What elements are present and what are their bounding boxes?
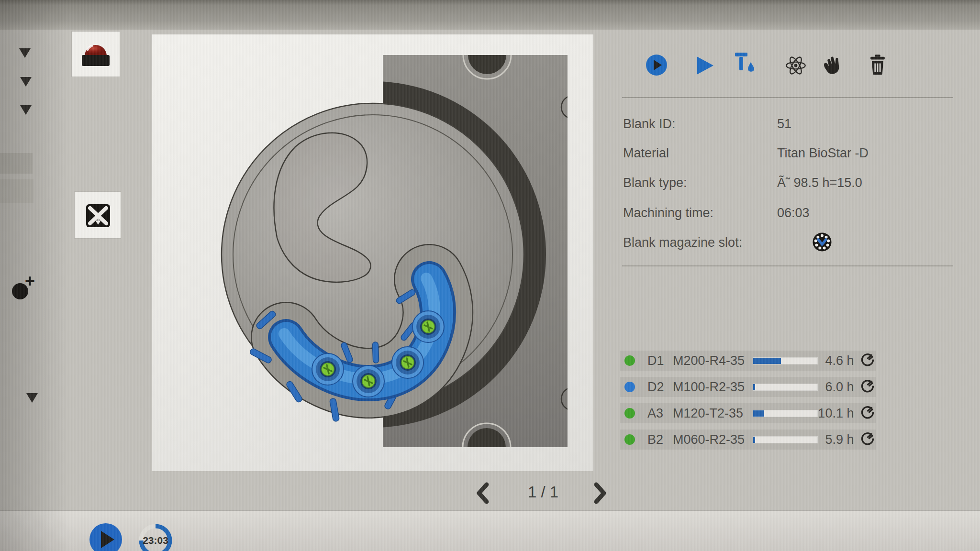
emergency-stop-button[interactable]: [72, 32, 120, 77]
next-page-button[interactable]: [593, 482, 608, 506]
run-button[interactable]: [695, 55, 715, 78]
delete-button[interactable]: [867, 54, 888, 78]
machining-time-value: 06:03: [777, 206, 810, 220]
tool-row[interactable]: D1 M200-R4-35 4.6 h: [620, 351, 876, 371]
tool-name: M100-R2-35: [673, 380, 753, 395]
tool-life-fill: [753, 384, 755, 390]
tool-row[interactable]: A3 M120-T2-35 10.1 h: [620, 403, 876, 423]
blank-viewport[interactable]: [152, 34, 593, 471]
trash-icon: [867, 54, 888, 77]
axis-cross-down-icon: [75, 192, 121, 238]
wet-machining-button[interactable]: [732, 51, 758, 80]
page-indicator: 1 / 1: [514, 483, 572, 501]
tool-change-icon: [859, 406, 875, 421]
tool-change-icon: [859, 432, 875, 447]
footer-start-button[interactable]: [89, 522, 123, 551]
tool-hours: 5.9 h: [818, 432, 854, 447]
tool-life-fill: [753, 410, 764, 417]
collapse-arrow-icon[interactable]: [26, 393, 38, 403]
play-circle-icon: [89, 522, 123, 551]
start-job-button[interactable]: [645, 54, 668, 78]
add-point-plus-icon: +: [25, 273, 35, 290]
emergency-stop-icon: [72, 32, 120, 77]
tool-position: A3: [647, 406, 673, 421]
tool-life-fill: [753, 358, 781, 364]
tool-name: M120-T2-35: [673, 406, 753, 421]
screen-top-band: [0, 0, 980, 30]
tool-hours: 4.6 h: [818, 353, 854, 368]
collapse-arrow-icon[interactable]: [20, 77, 32, 87]
collapse-arrow-icon[interactable]: [20, 105, 32, 115]
blank-id-label: Blank ID:: [623, 117, 676, 132]
tool-name: M060-R2-35: [673, 432, 753, 447]
tool-hours: 6.0 h: [818, 380, 854, 395]
material-value: Titan BioStar -D: [777, 146, 869, 161]
magazine-wheel-icon: [812, 231, 833, 253]
start-circle-icon: [645, 54, 668, 77]
machining-time-label: Machining time:: [623, 206, 713, 220]
blank-type-label: Blank type:: [623, 176, 687, 190]
sidebar-divider: [50, 30, 50, 551]
blank-id-value: 51: [777, 117, 791, 132]
blank-render: [152, 34, 593, 471]
tool-life-bar: [753, 436, 818, 443]
remaining-time-ring: 23:03: [136, 521, 175, 551]
atom-icon: [784, 54, 808, 77]
hand-icon: [819, 53, 842, 76]
tool-life-bar: [753, 357, 818, 364]
tool-position: B2: [647, 432, 673, 447]
tool-life-fill: [753, 437, 755, 443]
material-button[interactable]: [784, 54, 808, 79]
coolant-tool-icon: [732, 51, 758, 78]
panel-divider: [622, 265, 953, 266]
tool-change-button[interactable]: [854, 432, 876, 447]
blank-type-value: Ã˜ 98.5 h=15.0: [777, 176, 862, 190]
tool-row[interactable]: B2 M060-R2-35 5.9 h: [620, 430, 876, 450]
magazine-slot-label: Blank magazine slot:: [623, 235, 742, 250]
tool-life-bar: [753, 384, 818, 391]
tool-status-dot: [624, 355, 635, 366]
tool-status-dot: [624, 408, 635, 419]
prev-page-button[interactable]: [475, 482, 490, 506]
tool-position: D2: [647, 380, 673, 395]
tool-change-icon: [859, 353, 875, 368]
chevron-left-icon: [475, 482, 490, 504]
collapse-arrow-icon[interactable]: [19, 48, 31, 58]
tool-change-button[interactable]: [854, 406, 876, 421]
tool-life-bar: [753, 410, 818, 417]
collapsed-panel-chip[interactable]: [0, 153, 33, 174]
tool-name: M200-R4-35: [673, 353, 753, 368]
timer-value: 23:03: [143, 535, 168, 546]
magazine-slot-button[interactable]: [812, 231, 833, 254]
axis-cross-button[interactable]: [75, 192, 121, 238]
tool-change-icon: [859, 379, 875, 395]
tool-change-button[interactable]: [854, 379, 876, 395]
chevron-right-icon: [593, 482, 608, 504]
play-icon: [695, 55, 715, 76]
tool-position: D1: [647, 353, 673, 368]
manual-mode-button[interactable]: [819, 53, 842, 77]
tool-change-button[interactable]: [854, 353, 876, 368]
tool-hours: 10.1 h: [818, 406, 854, 421]
collapsed-panel-chip[interactable]: [0, 179, 33, 203]
material-label: Material: [623, 146, 669, 161]
tool-status-dot: [624, 382, 635, 392]
tool-status-dot: [624, 434, 635, 445]
tool-row[interactable]: D2 M100-R2-35 6.0 h: [620, 377, 876, 397]
panel-divider: [622, 97, 953, 98]
